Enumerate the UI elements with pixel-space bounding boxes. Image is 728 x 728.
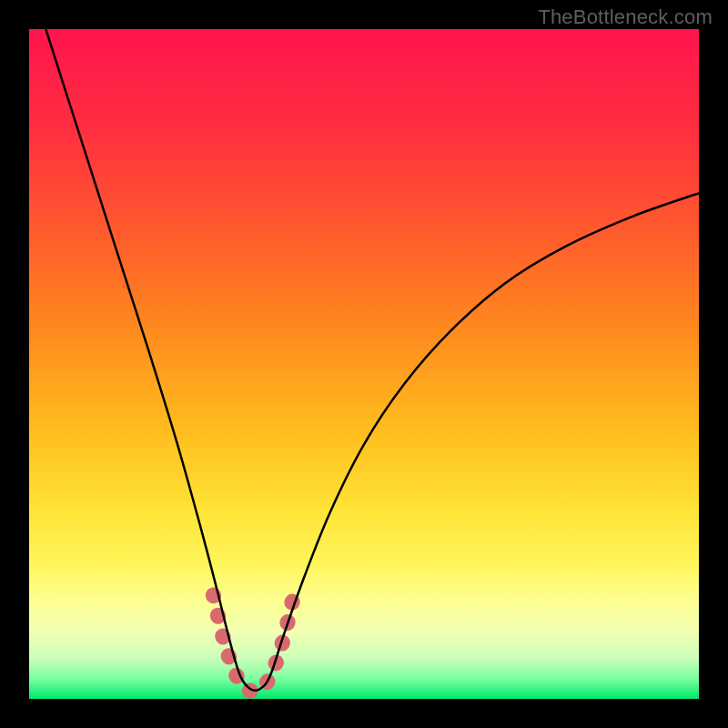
curve-layer: [29, 29, 699, 699]
bottleneck-curve: [46, 29, 699, 691]
watermark-text: TheBottleneck.com: [538, 5, 713, 29]
plot-area: [29, 29, 699, 699]
chart-frame: TheBottleneck.com: [0, 0, 728, 728]
